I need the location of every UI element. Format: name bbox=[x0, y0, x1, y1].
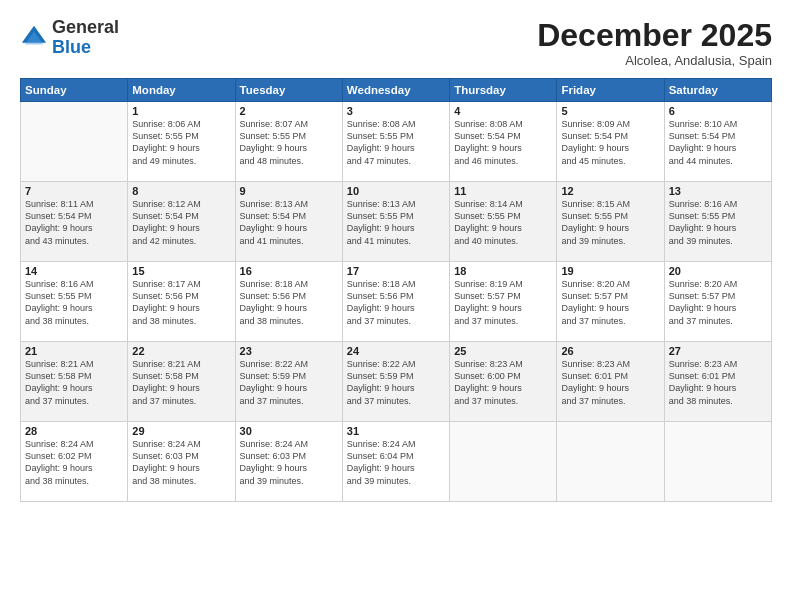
day-info: Sunrise: 8:12 AM Sunset: 5:54 PM Dayligh… bbox=[132, 198, 230, 247]
day-info: Sunrise: 8:15 AM Sunset: 5:55 PM Dayligh… bbox=[561, 198, 659, 247]
day-number: 19 bbox=[561, 265, 659, 277]
day-number: 17 bbox=[347, 265, 445, 277]
calendar-cell: 1Sunrise: 8:06 AM Sunset: 5:55 PM Daylig… bbox=[128, 102, 235, 182]
calendar-cell: 20Sunrise: 8:20 AM Sunset: 5:57 PM Dayli… bbox=[664, 262, 771, 342]
calendar-cell: 13Sunrise: 8:16 AM Sunset: 5:55 PM Dayli… bbox=[664, 182, 771, 262]
calendar-cell: 23Sunrise: 8:22 AM Sunset: 5:59 PM Dayli… bbox=[235, 342, 342, 422]
calendar-table: Sunday Monday Tuesday Wednesday Thursday… bbox=[20, 78, 772, 502]
day-number: 6 bbox=[669, 105, 767, 117]
calendar-cell: 21Sunrise: 8:21 AM Sunset: 5:58 PM Dayli… bbox=[21, 342, 128, 422]
day-number: 31 bbox=[347, 425, 445, 437]
day-number: 16 bbox=[240, 265, 338, 277]
day-info: Sunrise: 8:19 AM Sunset: 5:57 PM Dayligh… bbox=[454, 278, 552, 327]
day-info: Sunrise: 8:21 AM Sunset: 5:58 PM Dayligh… bbox=[132, 358, 230, 407]
day-info: Sunrise: 8:13 AM Sunset: 5:54 PM Dayligh… bbox=[240, 198, 338, 247]
day-info: Sunrise: 8:18 AM Sunset: 5:56 PM Dayligh… bbox=[347, 278, 445, 327]
calendar-cell: 22Sunrise: 8:21 AM Sunset: 5:58 PM Dayli… bbox=[128, 342, 235, 422]
calendar-cell: 18Sunrise: 8:19 AM Sunset: 5:57 PM Dayli… bbox=[450, 262, 557, 342]
day-number: 20 bbox=[669, 265, 767, 277]
header-thursday: Thursday bbox=[450, 79, 557, 102]
day-number: 11 bbox=[454, 185, 552, 197]
calendar-cell: 14Sunrise: 8:16 AM Sunset: 5:55 PM Dayli… bbox=[21, 262, 128, 342]
calendar-cell: 5Sunrise: 8:09 AM Sunset: 5:54 PM Daylig… bbox=[557, 102, 664, 182]
day-info: Sunrise: 8:13 AM Sunset: 5:55 PM Dayligh… bbox=[347, 198, 445, 247]
calendar-cell: 19Sunrise: 8:20 AM Sunset: 5:57 PM Dayli… bbox=[557, 262, 664, 342]
calendar-cell bbox=[21, 102, 128, 182]
calendar-cell: 26Sunrise: 8:23 AM Sunset: 6:01 PM Dayli… bbox=[557, 342, 664, 422]
calendar-cell: 7Sunrise: 8:11 AM Sunset: 5:54 PM Daylig… bbox=[21, 182, 128, 262]
day-info: Sunrise: 8:22 AM Sunset: 5:59 PM Dayligh… bbox=[347, 358, 445, 407]
calendar-cell: 8Sunrise: 8:12 AM Sunset: 5:54 PM Daylig… bbox=[128, 182, 235, 262]
day-number: 13 bbox=[669, 185, 767, 197]
day-number: 24 bbox=[347, 345, 445, 357]
day-info: Sunrise: 8:14 AM Sunset: 5:55 PM Dayligh… bbox=[454, 198, 552, 247]
header-friday: Friday bbox=[557, 79, 664, 102]
day-number: 9 bbox=[240, 185, 338, 197]
day-info: Sunrise: 8:06 AM Sunset: 5:55 PM Dayligh… bbox=[132, 118, 230, 167]
calendar-cell: 15Sunrise: 8:17 AM Sunset: 5:56 PM Dayli… bbox=[128, 262, 235, 342]
calendar-cell: 3Sunrise: 8:08 AM Sunset: 5:55 PM Daylig… bbox=[342, 102, 449, 182]
day-number: 27 bbox=[669, 345, 767, 357]
day-number: 5 bbox=[561, 105, 659, 117]
logo-general: General bbox=[52, 17, 119, 37]
day-number: 21 bbox=[25, 345, 123, 357]
day-info: Sunrise: 8:17 AM Sunset: 5:56 PM Dayligh… bbox=[132, 278, 230, 327]
day-number: 12 bbox=[561, 185, 659, 197]
logo-text: General Blue bbox=[52, 18, 119, 58]
calendar-cell: 28Sunrise: 8:24 AM Sunset: 6:02 PM Dayli… bbox=[21, 422, 128, 502]
day-info: Sunrise: 8:11 AM Sunset: 5:54 PM Dayligh… bbox=[25, 198, 123, 247]
day-info: Sunrise: 8:24 AM Sunset: 6:04 PM Dayligh… bbox=[347, 438, 445, 487]
header: General Blue December 2025 Alcolea, Anda… bbox=[20, 18, 772, 68]
logo-icon bbox=[20, 24, 48, 52]
calendar-cell: 12Sunrise: 8:15 AM Sunset: 5:55 PM Dayli… bbox=[557, 182, 664, 262]
location: Alcolea, Andalusia, Spain bbox=[537, 53, 772, 68]
day-number: 23 bbox=[240, 345, 338, 357]
day-number: 26 bbox=[561, 345, 659, 357]
calendar-cell: 16Sunrise: 8:18 AM Sunset: 5:56 PM Dayli… bbox=[235, 262, 342, 342]
calendar-cell: 29Sunrise: 8:24 AM Sunset: 6:03 PM Dayli… bbox=[128, 422, 235, 502]
day-info: Sunrise: 8:23 AM Sunset: 6:00 PM Dayligh… bbox=[454, 358, 552, 407]
day-info: Sunrise: 8:20 AM Sunset: 5:57 PM Dayligh… bbox=[669, 278, 767, 327]
logo-blue: Blue bbox=[52, 37, 91, 57]
day-number: 15 bbox=[132, 265, 230, 277]
day-number: 7 bbox=[25, 185, 123, 197]
weekday-header-row: Sunday Monday Tuesday Wednesday Thursday… bbox=[21, 79, 772, 102]
calendar-cell: 11Sunrise: 8:14 AM Sunset: 5:55 PM Dayli… bbox=[450, 182, 557, 262]
calendar-cell: 6Sunrise: 8:10 AM Sunset: 5:54 PM Daylig… bbox=[664, 102, 771, 182]
day-number: 2 bbox=[240, 105, 338, 117]
calendar-week-row: 21Sunrise: 8:21 AM Sunset: 5:58 PM Dayli… bbox=[21, 342, 772, 422]
day-number: 14 bbox=[25, 265, 123, 277]
page: General Blue December 2025 Alcolea, Anda… bbox=[0, 0, 792, 612]
calendar-cell: 17Sunrise: 8:18 AM Sunset: 5:56 PM Dayli… bbox=[342, 262, 449, 342]
day-info: Sunrise: 8:23 AM Sunset: 6:01 PM Dayligh… bbox=[561, 358, 659, 407]
calendar-cell: 2Sunrise: 8:07 AM Sunset: 5:55 PM Daylig… bbox=[235, 102, 342, 182]
calendar-week-row: 7Sunrise: 8:11 AM Sunset: 5:54 PM Daylig… bbox=[21, 182, 772, 262]
header-tuesday: Tuesday bbox=[235, 79, 342, 102]
day-number: 10 bbox=[347, 185, 445, 197]
header-wednesday: Wednesday bbox=[342, 79, 449, 102]
day-info: Sunrise: 8:08 AM Sunset: 5:55 PM Dayligh… bbox=[347, 118, 445, 167]
calendar-cell bbox=[664, 422, 771, 502]
day-info: Sunrise: 8:16 AM Sunset: 5:55 PM Dayligh… bbox=[25, 278, 123, 327]
day-number: 3 bbox=[347, 105, 445, 117]
day-number: 29 bbox=[132, 425, 230, 437]
calendar-week-row: 14Sunrise: 8:16 AM Sunset: 5:55 PM Dayli… bbox=[21, 262, 772, 342]
calendar-cell: 25Sunrise: 8:23 AM Sunset: 6:00 PM Dayli… bbox=[450, 342, 557, 422]
day-number: 28 bbox=[25, 425, 123, 437]
day-number: 8 bbox=[132, 185, 230, 197]
day-info: Sunrise: 8:23 AM Sunset: 6:01 PM Dayligh… bbox=[669, 358, 767, 407]
day-info: Sunrise: 8:08 AM Sunset: 5:54 PM Dayligh… bbox=[454, 118, 552, 167]
month-title: December 2025 bbox=[537, 18, 772, 53]
calendar-cell: 10Sunrise: 8:13 AM Sunset: 5:55 PM Dayli… bbox=[342, 182, 449, 262]
day-info: Sunrise: 8:09 AM Sunset: 5:54 PM Dayligh… bbox=[561, 118, 659, 167]
day-info: Sunrise: 8:24 AM Sunset: 6:02 PM Dayligh… bbox=[25, 438, 123, 487]
day-info: Sunrise: 8:16 AM Sunset: 5:55 PM Dayligh… bbox=[669, 198, 767, 247]
calendar-cell: 30Sunrise: 8:24 AM Sunset: 6:03 PM Dayli… bbox=[235, 422, 342, 502]
logo: General Blue bbox=[20, 18, 119, 58]
calendar-cell bbox=[450, 422, 557, 502]
calendar-cell: 9Sunrise: 8:13 AM Sunset: 5:54 PM Daylig… bbox=[235, 182, 342, 262]
header-monday: Monday bbox=[128, 79, 235, 102]
calendar-week-row: 28Sunrise: 8:24 AM Sunset: 6:02 PM Dayli… bbox=[21, 422, 772, 502]
header-sunday: Sunday bbox=[21, 79, 128, 102]
day-info: Sunrise: 8:22 AM Sunset: 5:59 PM Dayligh… bbox=[240, 358, 338, 407]
